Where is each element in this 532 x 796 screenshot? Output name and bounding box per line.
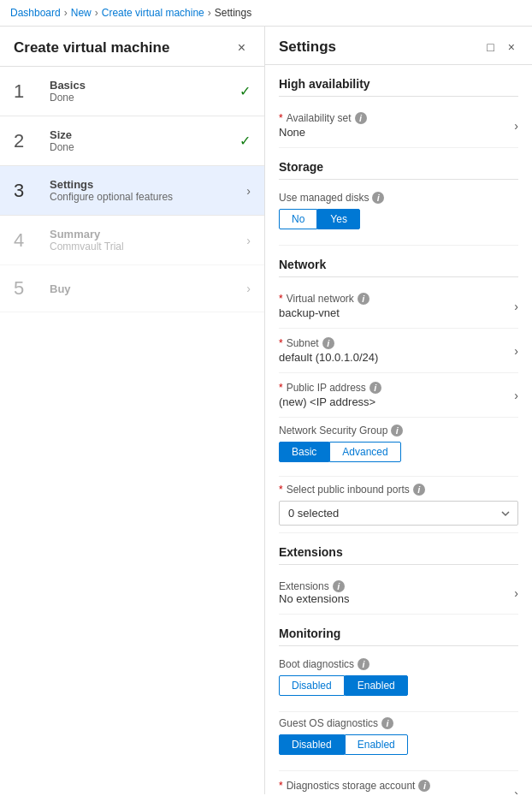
nsg-label: Network Security Group i bbox=[279, 425, 518, 437]
right-header: Settings □ × bbox=[265, 27, 532, 65]
extensions-value: No extensions bbox=[279, 592, 349, 605]
right-panel: Settings □ × High availability * Availab… bbox=[265, 27, 532, 794]
diagnostics-storage-info-icon: i bbox=[418, 780, 430, 792]
breadcrumb-sep-2: › bbox=[95, 7, 98, 19]
vnet-info-icon: i bbox=[358, 293, 369, 305]
step-3-settings[interactable]: 3 Settings Configure optional features › bbox=[0, 166, 264, 216]
availability-set-chevron-icon: › bbox=[514, 119, 518, 133]
diagnostics-storage-required-marker: * bbox=[279, 780, 283, 792]
public-ip-left: * Public IP address i (new) <IP address> bbox=[279, 382, 507, 408]
subnet-required-marker: * bbox=[279, 337, 283, 349]
vnet-chevron-icon: › bbox=[514, 300, 518, 313]
storage-header: Storage bbox=[279, 148, 518, 180]
network-header: Network bbox=[279, 246, 518, 277]
left-panel-close-button[interactable]: × bbox=[233, 39, 251, 57]
virtual-network-left: * Virtual network i backup-vnet bbox=[279, 293, 507, 319]
step-2-subtitle: Done bbox=[50, 141, 239, 153]
availability-set-required-marker: * bbox=[279, 112, 283, 124]
public-ip-label: * Public IP address i bbox=[279, 382, 507, 394]
availability-set-info-icon: i bbox=[355, 112, 367, 124]
nsg-advanced-button[interactable]: Advanced bbox=[329, 442, 400, 462]
step-1-content: Basics Done bbox=[50, 79, 239, 104]
diagnostics-storage-chevron-icon: › bbox=[514, 787, 518, 795]
step-4-number: 4 bbox=[14, 229, 41, 252]
virtual-network-value: backup-vnet bbox=[279, 306, 507, 319]
breadcrumb-settings: Settings bbox=[215, 7, 251, 19]
subnet-chevron-icon: › bbox=[514, 344, 518, 358]
step-1-basics[interactable]: 1 Basics Done ✓ bbox=[0, 67, 264, 116]
vnet-required-marker: * bbox=[279, 293, 283, 305]
step-5-name: Buy bbox=[50, 282, 246, 295]
step-3-arrow-icon: › bbox=[246, 184, 251, 198]
step-3-content: Settings Configure optional features bbox=[50, 178, 246, 203]
managed-disks-yes-button[interactable]: Yes bbox=[317, 209, 360, 229]
availability-set-left: * Availability set i None bbox=[279, 112, 507, 139]
virtual-network-row[interactable]: * Virtual network i backup-vnet › bbox=[279, 284, 518, 329]
step-4-name: Summary bbox=[50, 228, 246, 241]
guest-os-enabled-button[interactable]: Enabled bbox=[345, 734, 408, 755]
breadcrumb: Dashboard › New › Create virtual machine… bbox=[0, 0, 532, 27]
extensions-left: Extensions i No extensions bbox=[279, 580, 349, 605]
settings-title: Settings bbox=[279, 39, 336, 56]
step-1-name: Basics bbox=[50, 79, 239, 92]
create-vm-title: Create virtual machine bbox=[14, 39, 169, 56]
extensions-header: Extensions bbox=[279, 533, 518, 565]
monitoring-header: Monitoring bbox=[279, 615, 518, 646]
extensions-info-icon: i bbox=[333, 580, 345, 592]
step-3-subtitle: Configure optional features bbox=[50, 191, 246, 203]
public-ip-chevron-icon: › bbox=[514, 389, 518, 402]
inbound-ports-select[interactable]: 0 selected bbox=[279, 501, 518, 526]
step-1-subtitle: Done bbox=[50, 92, 239, 104]
guest-os-info-icon: i bbox=[381, 717, 393, 729]
step-2-check-icon: ✓ bbox=[239, 133, 251, 149]
boot-diagnostics-disabled-button[interactable]: Disabled bbox=[279, 675, 345, 696]
steps-list: 1 Basics Done ✓ 2 Size Done ✓ 3 bbox=[0, 67, 264, 794]
nsg-basic-button[interactable]: Basic bbox=[279, 442, 329, 462]
extensions-label: Extensions i bbox=[279, 580, 349, 592]
nsg-section: Network Security Group i Basic Advanced bbox=[279, 418, 518, 477]
public-ip-row[interactable]: * Public IP address i (new) <IP address>… bbox=[279, 373, 518, 418]
managed-disks-toggle-group: No Yes bbox=[279, 209, 518, 229]
breadcrumb-create-vm[interactable]: Create virtual machine bbox=[102, 7, 204, 19]
step-2-size[interactable]: 2 Size Done ✓ bbox=[0, 116, 264, 166]
nsg-info-icon: i bbox=[391, 425, 403, 437]
step-4-subtitle: Commvault Trial bbox=[50, 241, 246, 252]
availability-set-row[interactable]: * Availability set i None › bbox=[279, 104, 518, 148]
inbound-ports-label: * Select public inbound ports i bbox=[279, 484, 518, 496]
availability-set-value: None bbox=[279, 126, 507, 139]
inbound-ports-info-icon: i bbox=[413, 484, 425, 496]
step-5-arrow-icon: › bbox=[246, 282, 251, 295]
public-ip-required-marker: * bbox=[279, 382, 283, 394]
step-1-number: 1 bbox=[14, 80, 41, 103]
guest-os-disabled-button[interactable]: Disabled bbox=[279, 734, 345, 755]
boot-diagnostics-enabled-button[interactable]: Enabled bbox=[345, 675, 408, 696]
managed-disks-info-icon: i bbox=[372, 192, 384, 204]
subnet-row[interactable]: * Subnet i default (10.0.1.0/24) › bbox=[279, 329, 518, 373]
breadcrumb-new[interactable]: New bbox=[71, 7, 92, 19]
breadcrumb-dashboard[interactable]: Dashboard bbox=[10, 7, 61, 19]
diagnostics-storage-value: <Storage account> bbox=[279, 793, 507, 794]
right-header-icons: □ × bbox=[483, 39, 518, 56]
diagnostics-storage-label: * Diagnostics storage account i bbox=[279, 780, 507, 792]
subnet-label: * Subnet i bbox=[279, 337, 507, 349]
maximize-button[interactable]: □ bbox=[483, 39, 497, 56]
step-2-name: Size bbox=[50, 128, 239, 141]
extensions-row[interactable]: Extensions i No extensions › bbox=[279, 572, 518, 615]
managed-disks-no-button[interactable]: No bbox=[279, 209, 317, 229]
diagnostics-storage-row[interactable]: * Diagnostics storage account i <Storage… bbox=[279, 771, 518, 794]
managed-disks-label: Use managed disks i bbox=[279, 192, 518, 204]
guest-os-toggle-group: Disabled Enabled bbox=[279, 734, 518, 755]
right-panel-close-button[interactable]: × bbox=[505, 39, 518, 56]
step-3-number: 3 bbox=[14, 180, 41, 202]
availability-set-label: * Availability set i bbox=[279, 112, 507, 124]
step-5-number: 5 bbox=[14, 277, 41, 300]
public-ip-value: (new) <IP address> bbox=[279, 395, 507, 408]
step-5-buy[interactable]: 5 Buy › bbox=[0, 265, 264, 312]
guest-os-label: Guest OS diagnostics i bbox=[279, 717, 518, 729]
step-3-name: Settings bbox=[50, 178, 246, 191]
step-5-content: Buy bbox=[50, 282, 246, 295]
subnet-left: * Subnet i default (10.0.1.0/24) bbox=[279, 337, 507, 364]
step-4-summary[interactable]: 4 Summary Commvault Trial › bbox=[0, 216, 264, 265]
right-content: High availability * Availability set i N… bbox=[265, 65, 532, 794]
boot-diagnostics-label: Boot diagnostics i bbox=[279, 658, 518, 670]
